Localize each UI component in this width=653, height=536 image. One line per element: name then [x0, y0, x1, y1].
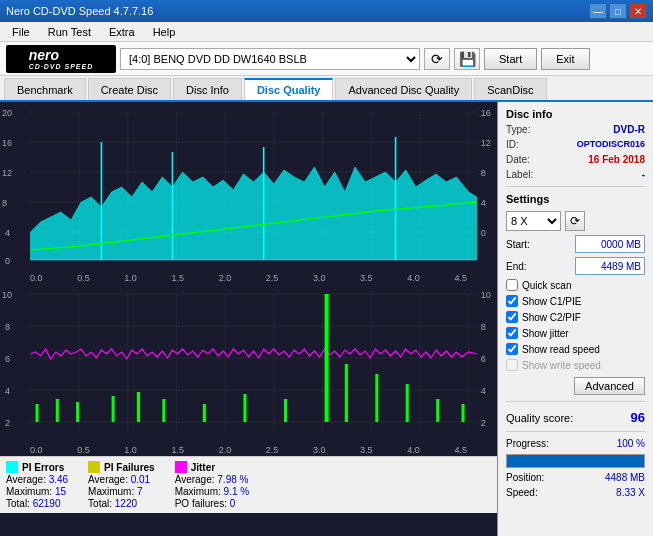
show-write-speed-checkbox[interactable]: [506, 359, 518, 371]
quick-scan-checkbox[interactable]: [506, 279, 518, 291]
svg-rect-53: [203, 404, 206, 422]
pi-failures-average: Average: 0.01: [88, 474, 155, 485]
show-c2pif-checkbox[interactable]: [506, 311, 518, 323]
menu-file[interactable]: File: [4, 24, 38, 40]
upper-chart: 20 16 12 8 4 0 16 12 8 4 0: [0, 102, 497, 272]
svg-rect-61: [462, 404, 465, 422]
start-mb-input[interactable]: [575, 235, 645, 253]
menu-extra[interactable]: Extra: [101, 24, 143, 40]
svg-text:20: 20: [2, 108, 12, 118]
svg-text:16: 16: [2, 138, 12, 148]
pi-errors-total: Total: 62190: [6, 498, 68, 509]
menu-run-test[interactable]: Run Test: [40, 24, 99, 40]
pi-errors-legend-box: [6, 461, 18, 473]
svg-rect-56: [325, 294, 329, 422]
start-button[interactable]: Start: [484, 48, 537, 70]
tab-disc-info[interactable]: Disc Info: [173, 78, 242, 100]
svg-text:8: 8: [481, 322, 486, 332]
tab-advanced-disc-quality[interactable]: Advanced Disc Quality: [335, 78, 472, 100]
show-jitter-checkbox[interactable]: [506, 327, 518, 339]
nero-logo: nero CD·DVD SPEED: [6, 45, 116, 73]
show-c1pie-checkbox[interactable]: [506, 295, 518, 307]
svg-rect-57: [345, 364, 348, 422]
svg-text:6: 6: [481, 354, 486, 364]
pi-failures-legend-box: [88, 461, 100, 473]
charts-area: 20 16 12 8 4 0 16 12 8 4 0 0.0 0.5 1.0 1…: [0, 102, 498, 536]
main-content: 20 16 12 8 4 0 16 12 8 4 0 0.0 0.5 1.0 1…: [0, 102, 653, 536]
svg-rect-58: [375, 374, 378, 422]
tab-disc-quality[interactable]: Disc Quality: [244, 78, 334, 100]
minimize-button[interactable]: —: [589, 3, 607, 19]
svg-text:0: 0: [5, 256, 10, 266]
pi-errors-maximum: Maximum: 15: [6, 486, 68, 497]
svg-text:2: 2: [481, 418, 486, 428]
show-read-speed-row: Show read speed: [506, 343, 645, 355]
svg-text:10: 10: [2, 290, 12, 300]
tab-benchmark[interactable]: Benchmark: [4, 78, 86, 100]
progress-row: Progress: 100 %: [506, 438, 645, 449]
speed-settings-row: 8 X ⟳: [506, 211, 645, 231]
close-button[interactable]: ✕: [629, 3, 647, 19]
jitter-legend-box: [175, 461, 187, 473]
tab-scan-disc[interactable]: ScanDisc: [474, 78, 546, 100]
svg-text:8: 8: [2, 198, 7, 208]
position-row: Position: 4488 MB: [506, 472, 645, 483]
tab-bar: Benchmark Create Disc Disc Info Disc Qua…: [0, 76, 653, 102]
svg-rect-52: [162, 399, 165, 422]
drive-selector[interactable]: [4:0] BENQ DVD DD DW1640 BSLB: [120, 48, 420, 70]
tab-create-disc[interactable]: Create Disc: [88, 78, 171, 100]
quality-score-row: Quality score: 96: [506, 410, 645, 425]
svg-rect-50: [112, 396, 115, 422]
svg-rect-48: [56, 399, 59, 422]
svg-text:16: 16: [481, 108, 491, 118]
jitter-label: Jitter: [175, 461, 249, 473]
start-mb-row: Start:: [506, 235, 645, 253]
menu-help[interactable]: Help: [145, 24, 184, 40]
svg-text:2: 2: [5, 418, 10, 428]
svg-rect-55: [284, 399, 287, 422]
right-panel: Disc info Type: DVD-R ID: OPTODISCR016 D…: [498, 102, 653, 536]
pi-failures-label: PI Failures: [88, 461, 155, 473]
title-bar-title: Nero CD-DVD Speed 4.7.7.16: [6, 5, 153, 17]
disc-id-row: ID: OPTODISCR016: [506, 139, 645, 150]
advanced-button[interactable]: Advanced: [574, 377, 645, 395]
show-write-speed-row: Show write speed: [506, 359, 645, 371]
progress-bar-fill: [507, 455, 644, 467]
svg-rect-59: [406, 384, 409, 422]
speed-select[interactable]: 8 X: [506, 211, 561, 231]
svg-text:12: 12: [481, 138, 491, 148]
svg-text:8: 8: [5, 322, 10, 332]
divider-1: [506, 186, 645, 187]
nero-logo-text: nero: [29, 47, 94, 63]
save-button[interactable]: 💾: [454, 48, 480, 70]
svg-rect-32: [0, 284, 497, 444]
pi-failures-maximum: Maximum: 7: [88, 486, 155, 497]
stats-row: PI Errors Average: 3.46 Maximum: 15 Tota…: [0, 456, 497, 513]
show-read-speed-checkbox[interactable]: [506, 343, 518, 355]
pi-errors-average: Average: 3.46: [6, 474, 68, 485]
svg-rect-51: [137, 392, 140, 422]
svg-rect-49: [76, 402, 79, 422]
refresh-button[interactable]: ⟳: [424, 48, 450, 70]
svg-text:6: 6: [5, 354, 10, 364]
exit-button[interactable]: Exit: [541, 48, 589, 70]
svg-text:4: 4: [5, 386, 10, 396]
progress-bar-container: [506, 454, 645, 468]
svg-text:10: 10: [481, 290, 491, 300]
disc-type-row: Type: DVD-R: [506, 124, 645, 135]
svg-rect-54: [243, 394, 246, 422]
disc-label-row: Label: -: [506, 169, 645, 180]
speed-row: Speed: 8.33 X: [506, 487, 645, 498]
disc-info-title: Disc info: [506, 108, 645, 120]
jitter-maximum: Maximum: 9.1 %: [175, 486, 249, 497]
lower-x-labels: 0.0 0.5 1.0 1.5 2.0 2.5 3.0 3.5 4.0 4.5: [0, 444, 497, 456]
title-bar-controls: — □ ✕: [589, 3, 647, 19]
maximize-button[interactable]: □: [609, 3, 627, 19]
svg-text:12: 12: [2, 168, 12, 178]
svg-rect-60: [436, 399, 439, 422]
menu-bar: File Run Test Extra Help: [0, 22, 653, 42]
svg-text:4: 4: [5, 228, 10, 238]
toolbar: nero CD·DVD SPEED [4:0] BENQ DVD DD DW16…: [0, 42, 653, 76]
settings-refresh-btn[interactable]: ⟳: [565, 211, 585, 231]
end-mb-input[interactable]: [575, 257, 645, 275]
